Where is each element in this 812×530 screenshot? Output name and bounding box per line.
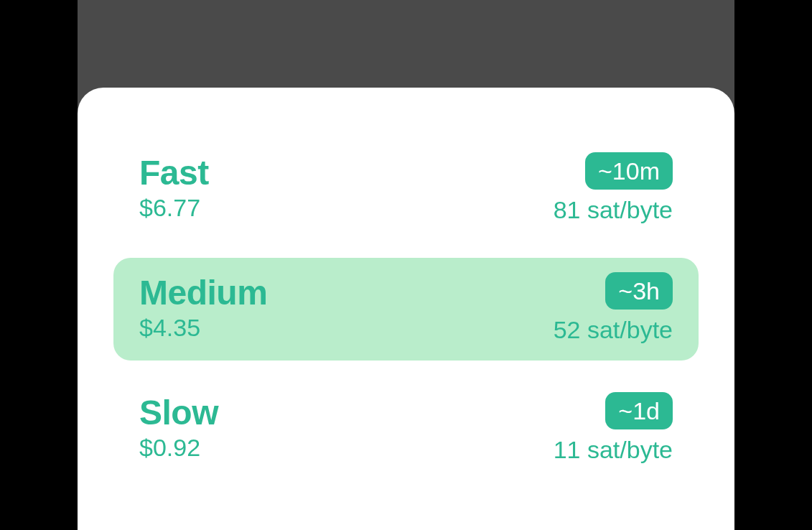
fee-left: Slow $0.92 (139, 394, 218, 463)
fee-option-slow[interactable]: Slow $0.92 ~1d 11 sat/byte (113, 378, 699, 480)
fee-selection-sheet: Fast $6.77 ~10m 81 sat/byte Medium $4.35… (78, 88, 734, 530)
fee-price: $4.35 (139, 313, 267, 343)
fee-left: Fast $6.77 (139, 154, 209, 223)
fee-price: $0.92 (139, 433, 218, 462)
fee-right: ~10m 81 sat/byte (554, 152, 673, 225)
fee-name: Medium (139, 274, 267, 312)
fee-name: Slow (139, 394, 218, 432)
app-frame: Fast $6.77 ~10m 81 sat/byte Medium $4.35… (78, 0, 734, 530)
fee-option-medium[interactable]: Medium $4.35 ~3h 52 sat/byte (113, 258, 699, 361)
fee-name: Fast (139, 154, 209, 192)
fee-right: ~1d 11 sat/byte (554, 392, 673, 465)
fee-rate: 11 sat/byte (554, 435, 673, 465)
fee-rate: 81 sat/byte (554, 195, 673, 225)
fee-option-fast[interactable]: Fast $6.77 ~10m 81 sat/byte (113, 138, 699, 241)
fee-rate: 52 sat/byte (554, 315, 673, 345)
fee-time-badge: ~3h (605, 272, 673, 310)
fee-right: ~3h 52 sat/byte (554, 272, 673, 345)
fee-time-badge: ~1d (605, 392, 673, 429)
fee-left: Medium $4.35 (139, 274, 267, 343)
fee-time-badge: ~10m (585, 152, 673, 190)
fee-price: $6.77 (139, 193, 209, 223)
